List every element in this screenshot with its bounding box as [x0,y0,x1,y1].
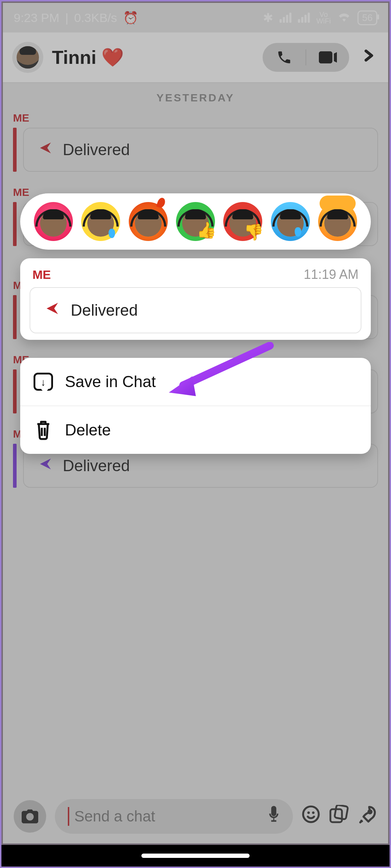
reaction-mind-blown[interactable] [316,200,359,243]
save-in-chat-icon: ↓ [32,371,54,393]
menu-delete[interactable]: Delete [20,405,371,454]
selected-message-bubble[interactable]: Delivered [30,287,361,333]
delivery-status: Delivered [71,301,138,319]
reaction-sad[interactable] [269,200,312,243]
reaction-thumbs-down[interactable]: 👍 [221,200,264,243]
message-context-menu: ↓ Save in Chat Delete [20,358,371,454]
sent-snap-icon [45,301,60,320]
trash-icon [32,419,54,441]
reaction-lol[interactable] [79,200,122,243]
reaction-fire[interactable] [127,200,170,243]
selected-sender-label: ME [32,268,51,282]
menu-save-in-chat[interactable]: ↓ Save in Chat [20,358,371,405]
os-navigation-bar [1,845,390,867]
reaction-thumbs-up[interactable]: 👍 [174,200,217,243]
selected-message-card: ME 11:19 AM Delivered [20,258,371,340]
reactions-bar: 👍 👍 [20,193,371,250]
reaction-heart[interactable] [32,200,75,243]
home-indicator-icon[interactable] [141,854,250,858]
selected-timestamp: 11:19 AM [304,267,359,282]
